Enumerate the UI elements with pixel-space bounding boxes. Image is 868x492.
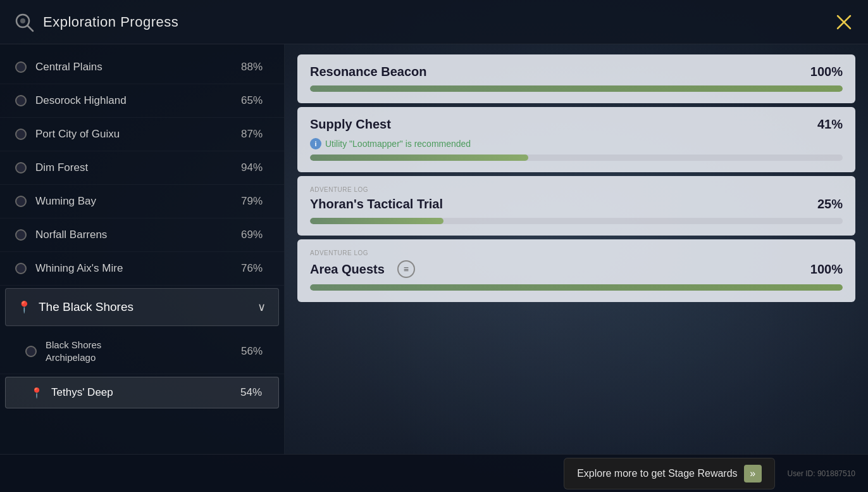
sidebar-item-whining-aixs-mire[interactable]: Whining Aix's Mire 76% [0,252,284,286]
card-resonance-beacon: Resonance Beacon 100% [297,54,855,103]
pin-icon: 📍 [18,301,30,313]
progress-bar-fill [310,155,528,161]
sidebar-item-label: Norfall Barrens [35,229,241,241]
card-header: Area Quests ≡ 100% [310,260,843,278]
sidebar-item-wuming-bay[interactable]: Wuming Bay 79% [0,185,284,218]
dot-icon [15,263,27,274]
svg-point-2 [20,18,25,23]
sidebar-item-pct: 87% [241,128,263,141]
sidebar-item-port-city-of-guixu[interactable]: Port City of Guixu 87% [0,118,284,151]
header: Exploration Progress [0,0,868,44]
card-title: Supply Chest [310,117,391,132]
card-title: Resonance Beacon [310,65,427,79]
sidebar-item-pct: 54% [240,386,262,399]
progress-bar-bg [310,85,843,92]
progress-bar-bg [310,218,843,224]
sidebar-item-central-plains[interactable]: Central Plains 88% [0,51,284,84]
card-title: Yhoran's Tactical Trial [310,197,443,211]
card-area-quests: Adventure Log Area Quests ≡ 100% [297,239,855,302]
sidebar-item-label: Whining Aix's Mire [35,262,241,275]
card-yhorans-tactical-trial: Adventure Log Yhoran's Tactical Trial 25… [297,176,855,236]
sidebar-item-tethys-deep[interactable]: 📍 Tethys' Deep 54% [5,377,279,408]
dot-icon [15,129,27,140]
sidebar-item-label: Tethys' Deep [51,386,240,399]
list-icon-button[interactable]: ≡ [397,260,415,278]
sidebar-item-pct: 56% [241,345,263,358]
sidebar-item-norfall-barrens[interactable]: Norfall Barrens 69% [0,218,284,252]
detail-panel: Resonance Beacon 100% Supply Chest 41% i… [285,44,868,454]
card-subtitle: Adventure Log [310,249,843,256]
sidebar-item-pct: 65% [241,94,263,107]
card-supply-chest: Supply Chest 41% i Utility "Lootmapper" … [297,107,855,172]
stage-reward-arrow-icon: » [744,465,762,483]
card-header: Supply Chest 41% [310,117,843,132]
sidebar-item-label: Black ShoresArchipelago [46,339,241,363]
exploration-icon [13,11,35,34]
sidebar-item-pct: 69% [241,229,263,241]
sidebar-item-dim-forest[interactable]: Dim Forest 94% [0,151,284,185]
tip-text: Utility "Lootmapper" is recommended [325,139,471,149]
list-icon: ≡ [404,264,409,274]
svg-line-1 [28,26,33,31]
card-pct: 100% [810,65,843,79]
progress-bar-fill [310,218,443,224]
card-header: Yhoran's Tactical Trial 25% [310,197,843,211]
progress-bar-bg [310,284,843,291]
progress-bar-fill [310,85,843,92]
sidebar-item-label: The Black Shores [39,300,257,314]
content-area: Central Plains 88% Desorock Highland 65%… [0,44,868,454]
dot-icon [15,229,27,241]
dot-icon [15,95,27,106]
close-button[interactable] [833,11,855,34]
sidebar-item-desorock-highland[interactable]: Desorock Highland 65% [0,84,284,118]
stage-reward-button[interactable]: Explore more to get Stage Rewards » [564,458,774,489]
chevron-down-icon: ∨ [257,300,266,314]
sidebar-item-label: Desorock Highland [35,94,241,107]
progress-bar-bg [310,155,843,161]
stage-reward-text: Explore more to get Stage Rewards [577,468,737,479]
dot-icon [15,196,27,207]
info-icon: i [310,138,321,149]
sidebar-item-pct: 94% [241,161,263,174]
sidebar-item-pct: 76% [241,262,263,275]
sidebar-item-black-shores-archipelago[interactable]: Black ShoresArchipelago 56% [0,329,284,374]
sidebar-item-label: Dim Forest [35,161,241,174]
card-pct: 41% [817,117,843,132]
dot-icon [15,61,27,73]
pin-icon: 📍 [31,387,42,398]
dot-icon [15,162,27,173]
page-title: Exploration Progress [43,14,833,30]
card-title: Area Quests [310,262,385,277]
bottom-bar: Explore more to get Stage Rewards » User… [0,454,868,492]
sidebar-item-label: Wuming Bay [35,195,241,208]
card-subtitle: Adventure Log [310,186,843,193]
sidebar-item-pct: 79% [241,195,263,208]
sidebar: Central Plains 88% Desorock Highland 65%… [0,44,285,454]
sidebar-item-label: Central Plains [35,61,241,73]
sidebar-item-pct: 88% [241,61,263,73]
card-header: Resonance Beacon 100% [310,65,843,79]
user-id: User ID: 901887510 [788,469,855,478]
sidebar-item-the-black-shores[interactable]: 📍 The Black Shores ∨ [5,288,279,326]
header-actions [833,11,855,34]
dot-icon [25,346,37,357]
sidebar-item-label: Port City of Guixu [35,128,241,141]
main-container: Exploration Progress Central Plains 88% … [0,0,868,492]
card-pct: 100% [810,262,843,277]
card-pct: 25% [817,197,843,211]
card-tip: i Utility "Lootmapper" is recommended [310,138,843,149]
card-title-group: Area Quests ≡ [310,260,415,278]
progress-bar-fill [310,284,843,291]
